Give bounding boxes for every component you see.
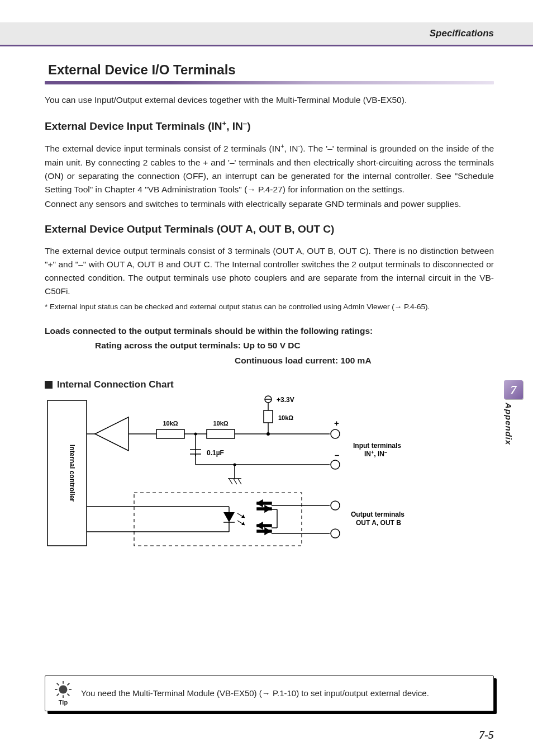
- input-para-1: The external device input terminals cons…: [45, 141, 494, 196]
- text: , IN: [284, 144, 298, 154]
- breadcrumb: Specifications: [430, 28, 494, 39]
- svg-text:–: –: [335, 450, 339, 460]
- section-title-block: External Device I/O Terminals: [45, 62, 494, 84]
- square-bullet-icon: [45, 381, 53, 389]
- svg-line-34: [234, 479, 237, 484]
- svg-point-58: [331, 501, 340, 510]
- svg-line-35: [238, 479, 241, 484]
- svg-rect-7: [207, 429, 235, 438]
- svg-rect-38: [134, 493, 302, 546]
- svg-point-60: [331, 529, 340, 538]
- svg-point-28: [331, 460, 340, 469]
- svg-line-73: [68, 683, 70, 686]
- svg-point-66: [59, 686, 68, 694]
- svg-rect-4: [156, 429, 184, 438]
- svg-text:Input terminals: Input terminals: [353, 442, 401, 450]
- svg-line-71: [57, 683, 59, 686]
- svg-text:OUT A, OUT B: OUT A, OUT B: [356, 519, 401, 527]
- ratings-line3: Continuous load current: 100 mA: [45, 353, 494, 368]
- svg-line-72: [68, 694, 70, 696]
- svg-marker-56: [265, 528, 270, 535]
- svg-line-33: [229, 479, 232, 484]
- tip-label: Tip: [51, 699, 75, 706]
- input-para-2: Connect any sensors and switches to term…: [45, 197, 494, 211]
- tip-box: Tip You need the Multi-Terminal Module (…: [45, 675, 494, 711]
- header-rule: [0, 45, 533, 46]
- ratings-line2: Rating across the output terminals: Up t…: [45, 338, 494, 353]
- svg-point-22: [194, 432, 197, 435]
- chapter-number: 7: [504, 380, 523, 399]
- output-terminals-heading: External Device Output Terminals (OUT A,…: [45, 223, 494, 235]
- side-tab: 7 Appendix: [504, 380, 523, 459]
- header-bar: Specifications: [0, 22, 533, 45]
- svg-text:10kΩ: 10kΩ: [278, 414, 293, 421]
- svg-text:10kΩ: 10kΩ: [213, 420, 228, 427]
- output-note: * External input status can be checked a…: [45, 301, 494, 313]
- chart-heading-text: Internal Connection Chart: [57, 379, 174, 390]
- heading-text: External Device Input Terminals (IN: [45, 120, 222, 132]
- svg-rect-0: [47, 400, 87, 546]
- chart-heading: Internal Connection Chart: [45, 379, 494, 390]
- svg-line-74: [57, 694, 59, 696]
- svg-point-19: [331, 429, 340, 438]
- chapter-label: Appendix: [504, 403, 513, 445]
- svg-rect-12: [264, 410, 273, 423]
- ratings-block: Loads connected to the output terminals …: [45, 324, 494, 368]
- tip-text: You need the Multi-Terminal Module (VB-E…: [81, 687, 429, 700]
- svg-marker-52: [265, 505, 270, 512]
- svg-text:10kΩ: 10kΩ: [163, 420, 178, 427]
- controller-label: Internal controller: [68, 445, 76, 502]
- svg-text:+3.3V: +3.3V: [277, 396, 294, 404]
- svg-marker-50: [257, 500, 263, 507]
- tip-icon: Tip: [51, 681, 75, 706]
- svg-text:+: +: [334, 418, 339, 428]
- svg-text:0.1µF: 0.1µF: [207, 449, 224, 457]
- section-title-rule: [45, 81, 494, 84]
- svg-marker-54: [257, 522, 263, 529]
- section-title: External Device I/O Terminals: [45, 62, 494, 78]
- internal-connection-diagram: Internal controller 10kΩ 10kΩ 10kΩ +3.3V: [45, 395, 494, 565]
- svg-marker-1: [95, 417, 129, 451]
- svg-text:Output terminals: Output terminals: [351, 511, 404, 518]
- ratings-line1: Loads connected to the output terminals …: [45, 326, 373, 336]
- page-number: 7-5: [479, 729, 494, 741]
- heading-text: ): [247, 120, 250, 132]
- input-terminals-heading: External Device Input Terminals (IN+, IN…: [45, 119, 494, 133]
- heading-text: , IN: [226, 120, 243, 132]
- text: The external device input terminals cons…: [45, 144, 280, 154]
- intro-paragraph: You can use Input/Output external device…: [45, 93, 494, 107]
- svg-marker-41: [223, 512, 235, 522]
- output-para: The external device output terminals con…: [45, 244, 494, 298]
- svg-text:IN+, IN–: IN+, IN–: [364, 450, 387, 458]
